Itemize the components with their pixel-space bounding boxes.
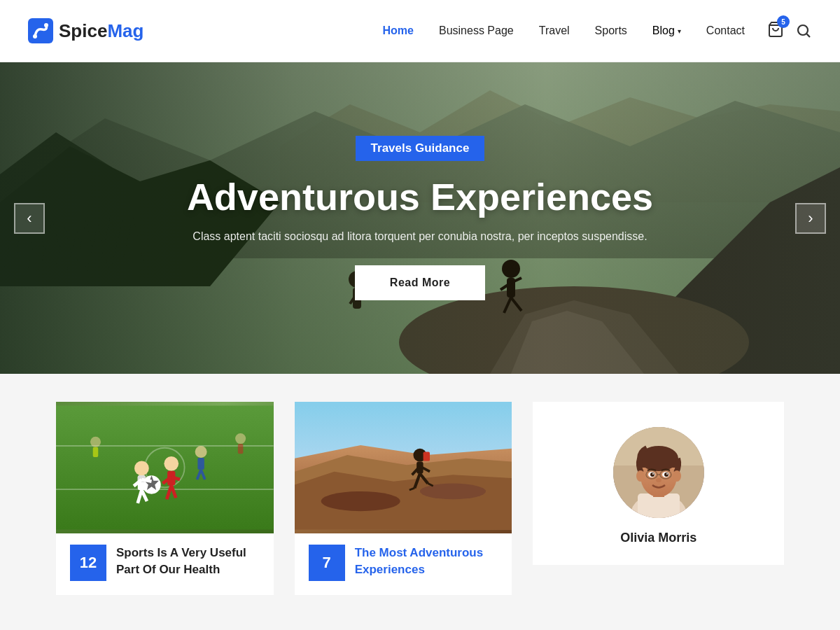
card-body-adventure: 7 The Most Adventurous Experiences — [295, 533, 512, 595]
card-number-sports: 12 — [70, 545, 106, 581]
card-image-soccer — [56, 402, 274, 533]
cart-button[interactable]: 5 — [767, 21, 784, 41]
svg-point-95 — [656, 478, 662, 482]
svg-rect-70 — [423, 451, 429, 461]
card-title-adventure: The Most Adventurous Experiences — [355, 545, 498, 578]
svg-point-67 — [321, 491, 400, 511]
nav-blog-dropdown[interactable]: Blog ▾ — [652, 24, 681, 37]
slider-prev-button[interactable]: ‹ — [14, 203, 45, 234]
hero-subtitle: Class aptent taciti sociosqu ad litora t… — [192, 230, 647, 243]
header-actions: 5 — [767, 21, 812, 41]
svg-point-91 — [650, 472, 654, 477]
svg-point-49 — [164, 456, 178, 471]
svg-point-42 — [134, 461, 149, 476]
slider-next-button[interactable]: › — [795, 203, 826, 234]
author-avatar — [613, 427, 704, 518]
logo-icon — [28, 18, 53, 43]
svg-point-2 — [44, 23, 48, 27]
nav-contact[interactable]: Contact — [706, 24, 745, 37]
nav-home[interactable]: Home — [383, 24, 414, 37]
svg-point-55 — [195, 446, 207, 458]
trail-scene-svg — [295, 402, 512, 533]
svg-rect-83 — [638, 493, 680, 518]
svg-point-1 — [33, 34, 37, 38]
search-icon[interactable] — [795, 22, 812, 39]
hero-tag: Travels Guidance — [356, 136, 485, 161]
svg-point-4 — [798, 25, 808, 35]
svg-point-92 — [664, 472, 668, 477]
svg-point-61 — [235, 433, 246, 444]
svg-point-94 — [666, 473, 668, 475]
svg-rect-37 — [56, 406, 274, 530]
cards-section: 12 Sports Is A Very Useful Part Of Our H… — [0, 374, 840, 595]
svg-point-88 — [673, 470, 681, 482]
svg-line-5 — [807, 34, 810, 37]
card-image-trail — [295, 402, 512, 533]
read-more-button[interactable]: Read More — [355, 265, 485, 300]
nav-sports[interactable]: Sports — [595, 24, 627, 37]
svg-line-48 — [141, 479, 151, 482]
article-card-adventure: 7 The Most Adventurous Experiences — [295, 402, 512, 595]
author-card: Olivia Morris — [533, 402, 784, 565]
card-body-sports: 12 Sports Is A Very Useful Part Of Our H… — [56, 533, 274, 595]
logo-mag: Mag — [107, 20, 144, 41]
main-nav: Home Business Page Travel Sports Blog ▾ … — [383, 24, 745, 37]
svg-point-87 — [636, 470, 645, 482]
cart-badge: 5 — [777, 15, 790, 28]
site-header: SpiceMag Home Business Page Travel Sport… — [0, 0, 840, 62]
svg-point-93 — [652, 473, 654, 475]
svg-rect-0 — [28, 18, 53, 43]
hero-content: Travels Guidance Adventurous Experiences… — [0, 62, 840, 374]
svg-rect-60 — [93, 447, 99, 457]
nav-business[interactable]: Business Page — [439, 24, 514, 37]
nav-travel[interactable]: Travel — [539, 24, 570, 37]
article-card-sports: 12 Sports Is A Very Useful Part Of Our H… — [56, 402, 274, 595]
svg-point-59 — [90, 437, 101, 447]
site-logo[interactable]: SpiceMag — [28, 18, 144, 43]
svg-point-68 — [420, 484, 486, 500]
soccer-scene-svg — [56, 402, 274, 533]
hero-title: Adventurous Experiences — [187, 176, 653, 218]
svg-rect-39 — [56, 489, 274, 490]
logo-spice: Spice — [59, 20, 107, 41]
chevron-down-icon: ▾ — [678, 27, 681, 35]
author-portrait — [613, 427, 704, 518]
hero-slider: Travels Guidance Adventurous Experiences… — [0, 62, 840, 374]
svg-rect-62 — [238, 444, 244, 454]
card-title-sports: Sports Is A Very Useful Part Of Our Heal… — [116, 545, 260, 578]
author-name: Olivia Morris — [620, 531, 696, 545]
card-number-adventure: 7 — [309, 545, 345, 581]
svg-rect-56 — [197, 458, 204, 470]
